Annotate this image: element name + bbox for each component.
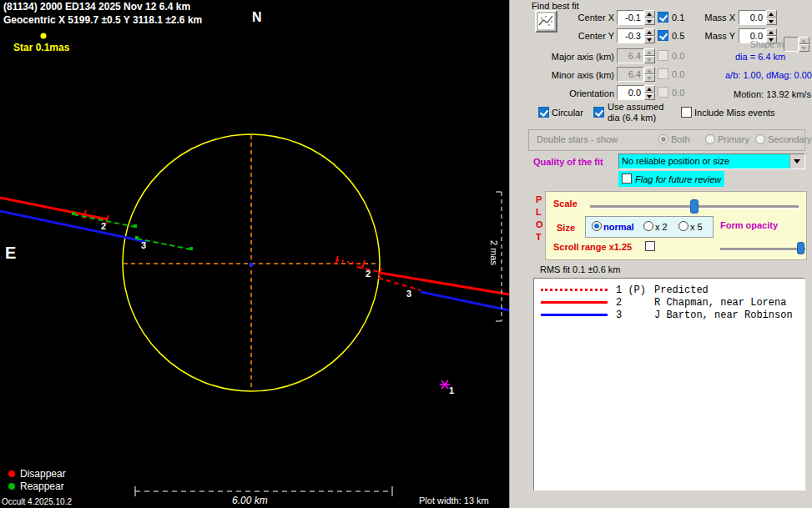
mass-x-input[interactable]: 0.0 xyxy=(739,10,766,25)
size-normal-label: normal xyxy=(603,222,634,232)
orientation-step-label: 0.0 xyxy=(672,88,684,98)
center-y-spinner[interactable] xyxy=(644,28,655,43)
reappear-marker-1 xyxy=(72,212,75,215)
plot-letter-o: O xyxy=(536,219,543,229)
minor-step-checkbox xyxy=(658,68,668,79)
step-y-checkbox[interactable] xyxy=(658,30,668,41)
size-x2-label: x 2 xyxy=(655,222,668,232)
scroll-range-checkbox[interactable] xyxy=(645,241,655,251)
north-label: N xyxy=(252,10,262,25)
list-item[interactable]: 3 J Barton, near Robinson xyxy=(534,309,804,321)
scale-slider-thumb[interactable] xyxy=(690,199,699,214)
opacity-slider-thumb[interactable] xyxy=(797,242,804,254)
dropdown-arrow-icon[interactable] xyxy=(789,154,804,168)
legend-name: J Barton, near Robinson xyxy=(654,309,793,321)
orientation-input[interactable]: 0.0 xyxy=(617,85,644,100)
plot-title-line1: (81134) 2000 ED134 2025 Nov 12 6.4 km xyxy=(3,1,190,13)
chord-2-left-label: 2 xyxy=(101,221,106,231)
size-x5-radio[interactable] xyxy=(678,221,688,231)
diameter-readout: dia = 6.4 km xyxy=(735,52,785,62)
double-secondary-radio xyxy=(755,134,765,144)
predicted-line-sample-icon xyxy=(541,289,608,291)
chord3-line-sample-icon xyxy=(541,314,608,316)
mas-scale-label: 2 mas xyxy=(489,240,499,265)
reappear-marker-3 xyxy=(135,236,139,239)
center-x-spinner[interactable] xyxy=(644,10,655,25)
chord-3-left-label: 3 xyxy=(141,240,146,250)
rms-fit-label: RMS fit 0.1 ±0.6 km xyxy=(540,264,621,274)
step-x-label: 0.1 xyxy=(672,13,684,23)
chord-3-right-line xyxy=(421,292,509,310)
size-x5-label: x 5 xyxy=(690,222,703,232)
center-y-label: Center Y xyxy=(560,31,614,41)
legend-num: 1 (P) xyxy=(616,284,654,296)
chord-3-left-line xyxy=(0,211,147,242)
disappear-dot-icon xyxy=(8,470,15,477)
double-both-label: Both xyxy=(671,134,690,144)
double-primary-label: Primary xyxy=(718,134,749,144)
step-y-label: 0.5 xyxy=(672,31,684,41)
flag-review-label: Flag for future review xyxy=(635,174,721,184)
scale-bar-label: 6.00 km xyxy=(232,495,268,506)
plot-letter-p: P xyxy=(536,194,542,204)
legend-reappear-label: Reappear xyxy=(20,480,64,492)
occultation-plot: (81134) 2000 ED134 2025 Nov 12 6.4 km Ge… xyxy=(0,0,510,508)
size-x2-radio[interactable] xyxy=(643,221,653,231)
circular-label: Circular xyxy=(552,108,583,118)
step-x-checkbox[interactable] xyxy=(658,12,668,23)
minor-axis-spinner xyxy=(644,67,655,82)
major-step-label: 0.0 xyxy=(672,51,684,61)
circular-checkbox[interactable] xyxy=(538,107,549,118)
predicted-tick2 xyxy=(362,260,365,269)
include-miss-checkbox[interactable] xyxy=(681,107,692,118)
chord-2-right-label: 2 xyxy=(366,269,371,279)
minor-axis-label: Minor axis (km) xyxy=(532,70,614,80)
find-best-fit-button[interactable] xyxy=(535,10,557,33)
mass-y-label: Mass Y xyxy=(692,31,735,41)
use-assumed-label-line1: Use assumed xyxy=(608,102,663,112)
legend-num: 2 xyxy=(616,297,654,309)
list-item[interactable]: 1 (P) Predicted xyxy=(534,284,804,296)
mass-x-spinner[interactable] xyxy=(766,10,777,25)
chord-2-left-line xyxy=(0,198,108,219)
shape-model-spinner xyxy=(799,37,809,52)
double-secondary-label: Secondary xyxy=(768,134,812,144)
minor-step-label: 0.0 xyxy=(672,69,684,79)
chord2-line-sample-icon xyxy=(541,301,608,304)
fit-plot-icon xyxy=(537,12,556,31)
observer-legend-list[interactable]: 1 (P) Predicted 2 R Chapman, near Lorena… xyxy=(533,278,805,490)
quality-dropdown[interactable]: No reliable position or size xyxy=(618,153,805,169)
legend-name: Predicted xyxy=(654,284,709,296)
plot-letter-t: T xyxy=(536,232,542,242)
minor-axis-input: 6.4 xyxy=(617,67,644,82)
miss-event-label: 1 xyxy=(449,385,454,395)
plot-width-label: Plot width: 13 km xyxy=(419,495,489,505)
flag-review-checkbox[interactable] xyxy=(622,174,632,184)
orientation-label: Orientation xyxy=(532,88,614,98)
size-normal-radio[interactable] xyxy=(592,221,602,231)
reappear-dot-icon xyxy=(8,483,15,490)
orientation-spinner[interactable] xyxy=(644,85,655,100)
fit-control-panel: Find best fit Center X -0.1 0.1 Mass X 0… xyxy=(509,0,812,508)
occult-app-window: (81134) 2000 ED134 2025 Nov 12 6.4 km Ge… xyxy=(0,0,812,508)
form-opacity-label: Form opacity xyxy=(720,220,778,230)
reappear-marker-2 xyxy=(134,224,137,228)
shape-model-input xyxy=(784,37,799,52)
legend-num: 3 xyxy=(616,309,654,321)
center-dot xyxy=(250,263,254,267)
opacity-slider-track[interactable] xyxy=(720,248,805,251)
legend-disappear-label: Disappear xyxy=(20,468,66,480)
major-axis-spinner xyxy=(644,48,655,63)
list-item[interactable]: 2 R Chapman, near Lorena xyxy=(534,296,804,309)
plot-letter-l: L xyxy=(536,207,542,217)
center-y-input[interactable]: -0.3 xyxy=(617,28,644,43)
chord-3-right-label: 3 xyxy=(406,289,411,299)
east-label: E xyxy=(5,244,16,263)
use-assumed-dia-checkbox[interactable] xyxy=(593,107,604,118)
center-x-input[interactable]: -0.1 xyxy=(617,10,644,25)
motion-readout: Motion: 13.92 km/s xyxy=(734,89,811,99)
star-size-dot xyxy=(41,33,47,39)
plot-canvas xyxy=(0,0,510,508)
axis-ratio-readout: a/b: 1.00, dMag: 0.00 xyxy=(725,70,812,80)
scroll-range-label: Scroll range x1.25 xyxy=(553,242,632,252)
